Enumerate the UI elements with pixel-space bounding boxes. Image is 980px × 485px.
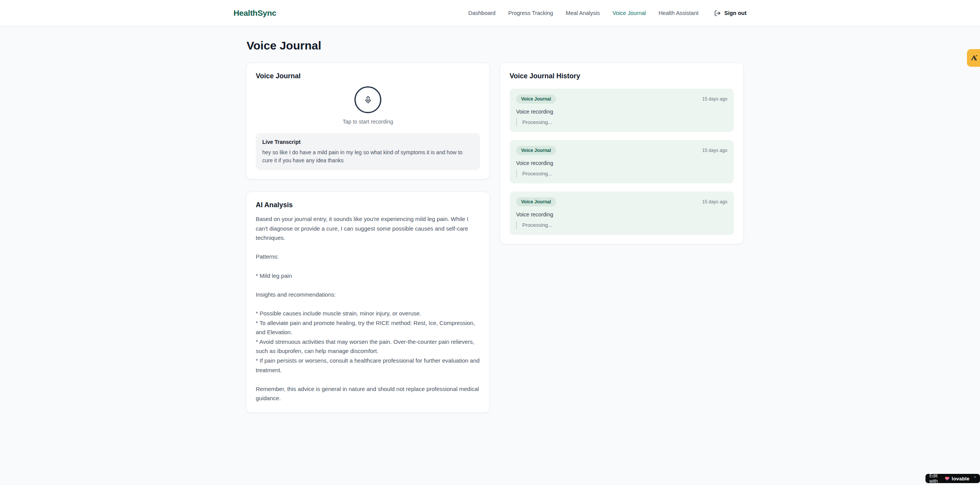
entry-title: Voice recording xyxy=(516,211,727,218)
ai-analysis-card: AI Analysis Based on your journal entry,… xyxy=(246,191,490,413)
entry-timestamp: 15 days ago xyxy=(702,96,727,102)
lovable-logo-icon xyxy=(970,54,978,62)
close-icon[interactable]: × xyxy=(974,475,976,479)
entry-type-badge: Voice Journal xyxy=(516,94,556,104)
content-grid: Voice Journal Tap to start recording xyxy=(246,63,744,413)
header-container: HealthSync Dashboard Progress Tracking M… xyxy=(221,0,759,26)
live-transcript-text: hey so like I do have a mild pain in my … xyxy=(262,148,473,164)
entry-type-badge: Voice Journal xyxy=(516,197,556,206)
brand-logo[interactable]: HealthSync xyxy=(233,8,276,18)
history-entry[interactable]: Voice Journal 15 days ago Voice recordin… xyxy=(510,89,734,132)
right-column: Voice Journal History Voice Journal 15 d… xyxy=(500,63,744,244)
recorder-card-title: Voice Journal xyxy=(256,72,480,80)
tap-to-record-hint: Tap to start recording xyxy=(343,119,393,125)
recorder-center: Tap to start recording xyxy=(256,86,480,125)
ai-analysis-body: Based on your journal entry, it sounds l… xyxy=(256,214,480,403)
left-column: Voice Journal Tap to start recording xyxy=(246,63,490,413)
entry-status: Processing... xyxy=(516,221,727,229)
nav-item-meal-analysis[interactable]: Meal Analysis xyxy=(566,10,600,16)
voice-recorder-card: Voice Journal Tap to start recording xyxy=(246,63,490,180)
entry-timestamp: 15 days ago xyxy=(702,199,727,205)
entry-title: Voice recording xyxy=(516,109,727,115)
edge-widget-button[interactable] xyxy=(967,49,980,67)
lovable-badge-prefix: Edit with xyxy=(929,473,943,484)
entry-status: Processing... xyxy=(516,170,727,178)
lovable-badge-brand: lovable xyxy=(952,476,969,482)
logout-icon xyxy=(714,10,721,16)
entry-status: Processing... xyxy=(516,118,727,126)
page-title: Voice Journal xyxy=(247,39,744,52)
entry-timestamp: 15 days ago xyxy=(702,148,727,153)
nav-item-dashboard[interactable]: Dashboard xyxy=(468,10,496,16)
live-transcript-title: Live Transcript xyxy=(262,139,473,145)
heart-icon xyxy=(945,476,950,481)
history-card-title: Voice Journal History xyxy=(510,72,734,80)
record-button[interactable] xyxy=(354,86,381,113)
sign-out-label: Sign out xyxy=(724,10,747,16)
history-card: Voice Journal History Voice Journal 15 d… xyxy=(500,63,744,244)
app-header: HealthSync Dashboard Progress Tracking M… xyxy=(0,0,980,26)
nav-item-health-assistant[interactable]: Health Assistant xyxy=(659,10,699,16)
history-entry-header: Voice Journal 15 days ago xyxy=(516,146,727,155)
live-transcript-box: Live Transcript hey so like I do have a … xyxy=(256,133,480,170)
sign-out-button[interactable]: Sign out xyxy=(714,10,747,16)
entry-type-badge: Voice Journal xyxy=(516,146,556,155)
history-list: Voice Journal 15 days ago Voice recordin… xyxy=(510,89,734,235)
main-nav: Dashboard Progress Tracking Meal Analysi… xyxy=(468,10,747,16)
nav-item-progress-tracking[interactable]: Progress Tracking xyxy=(508,10,553,16)
history-entry-header: Voice Journal 15 days ago xyxy=(516,94,727,104)
edit-with-lovable-badge[interactable]: Edit with lovable × xyxy=(925,474,980,483)
history-entry[interactable]: Voice Journal 15 days ago Voice recordin… xyxy=(510,140,734,183)
ai-analysis-title: AI Analysis xyxy=(256,201,480,209)
entry-title: Voice recording xyxy=(516,160,727,166)
microphone-icon xyxy=(364,96,372,104)
history-entry[interactable]: Voice Journal 15 days ago Voice recordin… xyxy=(510,191,734,235)
main-content: Voice Journal Voice Journal xyxy=(246,0,744,413)
history-entry-header: Voice Journal 15 days ago xyxy=(516,197,727,206)
nav-item-voice-journal[interactable]: Voice Journal xyxy=(612,10,646,16)
